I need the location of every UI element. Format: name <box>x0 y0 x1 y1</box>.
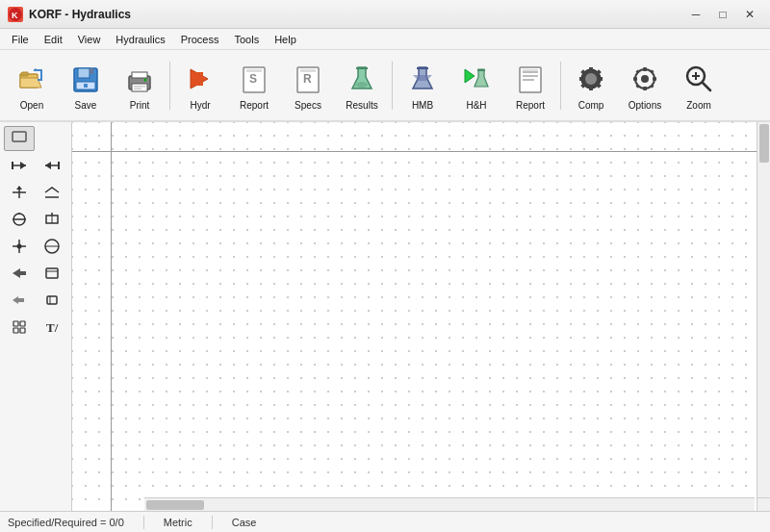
svg-rect-4 <box>78 68 90 78</box>
svg-rect-47 <box>633 77 637 81</box>
svg-rect-9 <box>132 72 147 78</box>
svg-rect-46 <box>643 87 647 90</box>
tool-circle[interactable] <box>37 234 67 259</box>
comp-button[interactable]: Comp <box>565 55 617 116</box>
open-label: Open <box>20 100 43 111</box>
vertical-scrollbar[interactable] <box>757 122 770 497</box>
cursor-tool[interactable] <box>4 126 35 151</box>
tool-box-sm[interactable] <box>37 288 67 313</box>
svg-rect-85 <box>13 321 18 326</box>
svg-marker-26 <box>465 69 475 83</box>
svg-rect-7 <box>84 84 88 88</box>
save-icon <box>70 63 101 97</box>
tool-valve-r[interactable] <box>37 207 67 232</box>
tool-arrow-sm[interactable] <box>4 288 35 313</box>
status-mode: Case <box>232 517 257 528</box>
close-button[interactable]: ✕ <box>737 5 762 24</box>
svg-text:S: S <box>249 72 257 86</box>
comp-label: Comp <box>578 100 604 111</box>
print-label: Print <box>130 100 150 111</box>
tool-row-2 <box>4 153 67 178</box>
svg-marker-25 <box>413 75 432 81</box>
svg-rect-11 <box>134 86 145 88</box>
print-icon <box>124 63 155 97</box>
save-button[interactable]: Save <box>60 55 112 116</box>
title-bar: K KORF - Hydraulics ─ □ ✕ <box>0 0 770 29</box>
hydr-button[interactable]: Hydr <box>174 55 226 116</box>
results-button[interactable]: Results <box>336 55 388 116</box>
menu-help[interactable]: Help <box>267 32 304 47</box>
tool-arrow-l[interactable] <box>4 261 35 286</box>
hydr-label: Hydr <box>190 100 210 111</box>
tool-valve-l[interactable] <box>4 207 35 232</box>
tool-junction[interactable] <box>4 234 35 259</box>
svg-rect-10 <box>132 84 147 91</box>
menu-tools[interactable]: Tools <box>226 32 267 47</box>
tool-pipe-h2[interactable] <box>37 180 67 205</box>
svg-line-54 <box>703 83 710 90</box>
svg-rect-22 <box>356 67 368 69</box>
svg-rect-87 <box>13 328 18 333</box>
pipe-in-tool[interactable] <box>4 153 35 178</box>
zoom-button[interactable]: Zoom <box>673 55 725 116</box>
status-sep-1 <box>143 516 144 529</box>
hh-button[interactable]: H&H <box>450 55 502 116</box>
horizontal-scrollbar-thumb[interactable] <box>146 500 204 510</box>
toolbar: Open Save Print <box>0 50 770 122</box>
window-title: KORF - Hydraulics <box>29 8 131 21</box>
tool-row-5 <box>4 234 67 259</box>
print-button[interactable]: Print <box>114 55 166 116</box>
svg-rect-80 <box>46 268 58 278</box>
svg-marker-79 <box>13 268 26 278</box>
minimize-button[interactable]: ─ <box>683 5 708 24</box>
specs-button[interactable]: R Specs <box>282 55 334 116</box>
tool-row-6 <box>4 261 67 286</box>
tool-text[interactable]: T/ <box>37 315 67 340</box>
options-button[interactable]: Options <box>619 55 671 116</box>
maximize-button[interactable]: □ <box>710 5 735 24</box>
svg-rect-24 <box>417 67 428 69</box>
menu-hydraulics[interactable]: Hydraulics <box>108 32 172 47</box>
svg-rect-35 <box>589 67 593 72</box>
report-s-button[interactable]: S Report <box>228 55 280 116</box>
canvas-area[interactable] <box>72 122 770 511</box>
svg-rect-83 <box>47 296 57 304</box>
options-icon <box>629 63 660 97</box>
scroll-corner <box>757 497 770 511</box>
comp-icon <box>576 63 606 97</box>
status-sep-2 <box>212 516 213 529</box>
status-specified: Specified/Required = 0/0 <box>8 517 124 528</box>
svg-point-34 <box>585 73 597 85</box>
svg-rect-12 <box>134 88 141 89</box>
pipe-out-tool[interactable] <box>37 153 67 178</box>
vertical-scrollbar-thumb[interactable] <box>759 124 769 163</box>
report2-button[interactable]: Report <box>504 55 556 116</box>
title-controls: ─ □ ✕ <box>683 5 762 24</box>
horizontal-scrollbar[interactable] <box>144 497 755 511</box>
tool-cross[interactable] <box>4 315 35 340</box>
svg-rect-27 <box>477 69 485 71</box>
hmb-button[interactable]: HMB <box>397 55 449 116</box>
svg-marker-82 <box>13 296 24 304</box>
results-icon <box>346 63 377 97</box>
separator-1 <box>169 62 170 110</box>
hh-label: H&H <box>466 100 486 111</box>
svg-text:R: R <box>303 72 312 86</box>
svg-rect-5 <box>90 68 93 74</box>
canvas-dots <box>72 122 770 511</box>
svg-rect-38 <box>598 77 603 81</box>
tool-row-3 <box>4 180 67 205</box>
tool-pipe-h1[interactable] <box>4 180 35 205</box>
menu-edit[interactable]: Edit <box>37 32 70 47</box>
tool-row-7 <box>4 288 67 313</box>
zoom-label: Zoom <box>686 100 711 111</box>
menu-process[interactable]: Process <box>173 32 227 47</box>
save-label: Save <box>75 100 97 111</box>
specs-icon: R <box>293 63 323 97</box>
hh-icon <box>461 63 492 97</box>
open-button[interactable]: Open <box>6 55 58 116</box>
tool-box[interactable] <box>37 261 67 286</box>
menu-file[interactable]: File <box>4 32 37 47</box>
menu-view[interactable]: View <box>70 32 109 47</box>
svg-rect-18 <box>246 69 262 72</box>
